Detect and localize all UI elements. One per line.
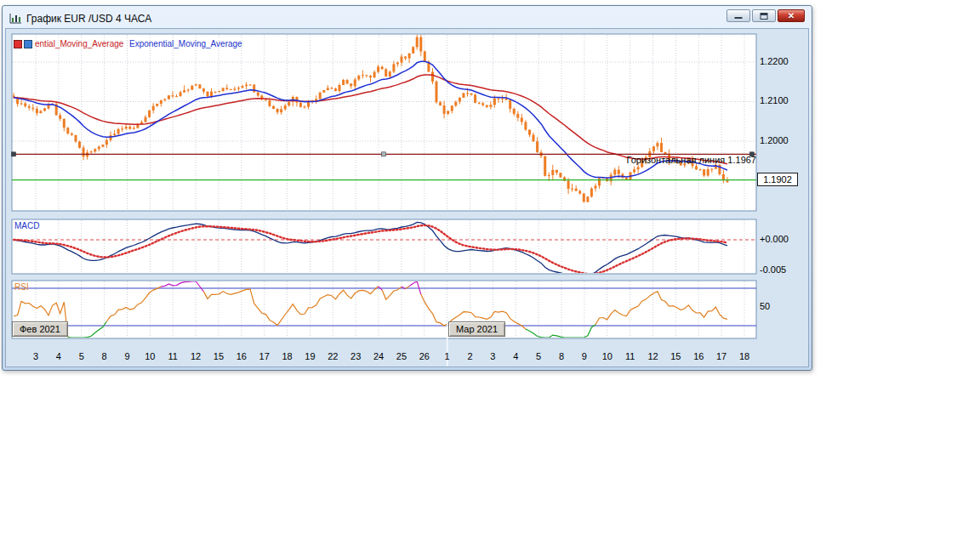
x-tick-label: 16 bbox=[236, 351, 247, 361]
price-tick: 1.2200 bbox=[760, 56, 789, 66]
x-tick-label: 4 bbox=[56, 351, 61, 361]
month-badge-feb: Фев 2021 bbox=[12, 321, 68, 337]
x-tick-label: 23 bbox=[350, 351, 361, 361]
price-tick: 1.2100 bbox=[760, 95, 789, 105]
x-tick-label: 10 bbox=[145, 351, 155, 361]
x-tick-label: 11 bbox=[625, 351, 635, 361]
x-tick-label: 3 bbox=[33, 351, 38, 361]
rsi-label[interactable]: RSI bbox=[14, 282, 29, 292]
x-tick-label: 12 bbox=[191, 351, 201, 361]
x-tick-label: 12 bbox=[647, 351, 658, 361]
macd-tick-neg: -0.005 bbox=[760, 264, 786, 275]
month-badge-mar: Мар 2021 bbox=[448, 321, 505, 337]
current-price-badge: 1.1902 bbox=[757, 173, 798, 186]
x-tick-label: 24 bbox=[373, 351, 384, 361]
horizontal-line-label: Горизонтальная линия 1.1967 bbox=[626, 155, 756, 165]
x-tick-label: 8 bbox=[102, 351, 107, 361]
x-tick-label: 26 bbox=[419, 351, 430, 361]
x-tick-label: 1 bbox=[445, 351, 450, 361]
x-tick-label: 5 bbox=[79, 351, 84, 361]
x-tick-label: 18 bbox=[282, 351, 292, 361]
rsi-tick-mid: 50 bbox=[760, 301, 770, 311]
price-tick: 1.2000 bbox=[760, 135, 789, 145]
x-tick-label: 5 bbox=[536, 351, 541, 361]
x-tick-label: 9 bbox=[124, 351, 129, 361]
x-tick-label: 18 bbox=[739, 351, 749, 361]
x-tick-label: 10 bbox=[602, 351, 612, 361]
x-tick-label: 9 bbox=[582, 351, 587, 361]
x-tick-label: 16 bbox=[693, 351, 704, 361]
legend-label-ema-red[interactable]: ential_Moving_Average bbox=[35, 39, 123, 48]
chart-canvas[interactable] bbox=[0, 0, 980, 551]
x-tick-label: 11 bbox=[168, 351, 178, 361]
legend-swatch-blue[interactable] bbox=[24, 40, 32, 48]
x-tick-label: 8 bbox=[559, 351, 564, 361]
legend-label-ema-blue[interactable]: Exponential_Moving_Average bbox=[129, 39, 242, 48]
macd-label[interactable]: MACD bbox=[14, 221, 39, 230]
x-tick-label: 25 bbox=[396, 351, 407, 361]
x-tick-label: 3 bbox=[490, 351, 495, 361]
x-tick-label: 17 bbox=[259, 351, 270, 361]
x-tick-label: 15 bbox=[214, 351, 224, 361]
x-tick-label: 2 bbox=[467, 351, 472, 361]
legend-swatch-red[interactable] bbox=[14, 40, 22, 48]
x-tick-label: 17 bbox=[716, 351, 726, 361]
x-tick-label: 22 bbox=[328, 351, 338, 361]
x-tick-label: 15 bbox=[670, 351, 681, 361]
x-axis: 3458910111215161718192223242526123458910… bbox=[0, 351, 980, 365]
macd-tick-zero: +0.000 bbox=[760, 234, 789, 244]
x-tick-label: 4 bbox=[513, 351, 518, 361]
x-tick-label: 19 bbox=[305, 351, 315, 361]
